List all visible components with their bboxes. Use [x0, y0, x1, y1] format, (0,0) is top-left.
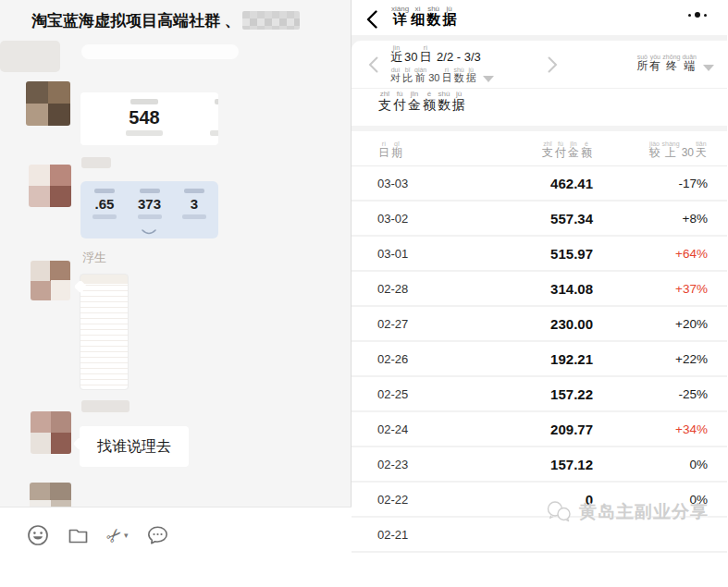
compare-range-label: 对duì比bǐ前qián30 日rì数shù据jù	[389, 67, 494, 85]
blurred-label	[140, 189, 160, 193]
row-change: 0%	[624, 493, 708, 507]
row-change: +22%	[624, 352, 708, 366]
emoji-icon[interactable]	[26, 523, 50, 547]
row-change: +34%	[624, 422, 708, 436]
chevron-left-icon[interactable]	[368, 56, 378, 73]
blurred-sublabel	[93, 214, 117, 219]
chevron-right-icon[interactable]	[548, 56, 558, 73]
table-row[interactable]: 02-25157.22-25%	[352, 377, 727, 412]
row-date: 02-22	[377, 493, 442, 507]
avatar[interactable]	[26, 81, 70, 126]
stat-value-partial: 9	[201, 107, 218, 128]
column-header-date: 日rì期qī	[377, 141, 442, 161]
row-change: -25%	[624, 387, 708, 401]
row-date: 02-24	[377, 422, 442, 436]
censored-sender-name	[81, 157, 111, 168]
stat-value: 548	[108, 107, 180, 128]
table-row[interactable]: 02-28314.08+37%	[352, 272, 727, 307]
table-row[interactable]: 03-01515.97+64%	[352, 237, 727, 272]
chat-input-area[interactable]: ✂ ▾	[0, 507, 352, 587]
payment-table-body: 03-03462.41-17%03-02557.34+8%03-01515.97…	[352, 166, 727, 553]
censored-message-bubble	[0, 41, 60, 72]
avatar[interactable]	[29, 165, 71, 207]
row-date: 02-25	[377, 387, 442, 401]
chat-history-icon[interactable]	[145, 523, 169, 547]
column-header-compare: 较jiào上shàng30 天tiān	[624, 141, 708, 161]
sender-name: 浮生	[82, 250, 106, 266]
scissors-glyph: ✂	[101, 522, 128, 549]
row-date: 02-21	[377, 528, 442, 542]
screenshot-icon[interactable]: ✂ ▾	[105, 523, 130, 547]
stats-image-message[interactable]: 548 9	[80, 92, 218, 145]
blurred-label	[215, 99, 218, 104]
detail-content: 近jìn30 日rì 2/2 - 3/3 对duì比bǐ前qián30 日rì数…	[352, 41, 727, 587]
table-row[interactable]: 02-26192.21+22%	[352, 342, 727, 377]
row-amount: 462.41	[442, 176, 593, 191]
row-amount: 157.22	[442, 386, 593, 402]
chat-panel: 淘宝蓝海虚拟项目高端社群 、 548 9	[0, 0, 352, 587]
avatar[interactable]	[31, 411, 71, 454]
detail-header: 详xiáng细xì数shù据jù	[352, 0, 727, 35]
row-amount: 515.97	[442, 246, 593, 262]
column-header-amount: 支zhī付fù金jīn额é	[442, 141, 593, 161]
row-change: +64%	[624, 247, 708, 261]
blurred-label	[94, 189, 115, 193]
stat-card: .65	[82, 187, 127, 238]
blurred-sublabel	[126, 130, 163, 136]
stat-value: 3	[172, 196, 216, 212]
table-screenshot-message[interactable]	[80, 274, 129, 390]
table-row[interactable]: 03-03462.41-17%	[352, 166, 727, 202]
stat-card: 3	[172, 187, 216, 238]
row-amount: 209.77	[442, 422, 593, 437]
table-row[interactable]: 02-24209.77+34%	[352, 412, 727, 447]
stat-card-partial: 9	[201, 92, 218, 145]
row-date: 02-28	[377, 282, 442, 296]
row-amount: 557.34	[442, 211, 593, 226]
row-amount: 0	[442, 492, 593, 508]
blurred-label	[130, 99, 158, 104]
table-row[interactable]: 02-27230.00+20%	[352, 307, 727, 342]
terminal-filter-dropdown[interactable]: 所suǒ有yǒu终zhōng端duān	[635, 54, 714, 74]
terminal-filter-label: 所suǒ有yǒu终zhōng端duān	[635, 54, 697, 74]
app-window: 淘宝蓝海虚拟项目高端社群 、 548 9	[0, 0, 728, 587]
chat-title-text: 淘宝蓝海虚拟项目高端社群 、	[31, 12, 241, 30]
chat-toolbar: ✂ ▾	[0, 508, 352, 547]
page-title: 详xiáng细xì数shù据jù	[390, 5, 457, 29]
blurred-sublabel	[182, 214, 206, 219]
collapse-chevron-icon[interactable]	[142, 229, 156, 236]
stats-card-message[interactable]: .65 373 3	[80, 181, 218, 238]
folder-icon[interactable]	[66, 523, 90, 547]
row-change: +8%	[624, 212, 708, 226]
back-icon[interactable]	[366, 10, 377, 29]
table-row[interactable]: 03-02557.34+8%	[352, 202, 727, 237]
row-date: 03-01	[377, 247, 442, 261]
row-amount: 157.12	[442, 457, 593, 472]
blurred-sublabel	[210, 130, 218, 136]
compare-range-text: 对duì比bǐ前qián30 日rì数shù据jù	[389, 67, 477, 85]
blurred-sublabel	[138, 214, 162, 219]
row-date: 03-03	[377, 177, 442, 190]
chat-message-list[interactable]: 548 9 .65 373	[0, 41, 351, 507]
avatar[interactable]	[31, 261, 70, 300]
row-date: 02-27	[377, 317, 442, 331]
text-message[interactable]: 找谁说理去	[80, 426, 189, 467]
row-date: 02-23	[377, 458, 442, 471]
table-header: 日rì期qī 支zhī付fù金jīn额é 较jiào上shàng30 天tiān	[352, 131, 727, 166]
row-date: 03-02	[377, 212, 442, 226]
table-row[interactable]: 02-21	[352, 518, 727, 553]
avatar[interactable]	[30, 483, 71, 507]
date-range-selector: 近jìn30 日rì 2/2 - 3/3 对duì比bǐ前qián30 日rì数…	[352, 41, 727, 89]
partial-message-bubble	[81, 44, 239, 59]
row-amount: 230.00	[442, 316, 593, 332]
dropdown-triangle-icon	[703, 65, 714, 71]
dropdown-triangle-icon	[483, 76, 494, 82]
row-amount: 314.08	[442, 281, 593, 297]
table-row[interactable]: 02-23157.120%	[352, 447, 727, 483]
table-row[interactable]: 02-2200%	[352, 483, 727, 518]
censored-sender-name	[81, 400, 130, 412]
more-icon[interactable]	[688, 12, 707, 18]
chat-group-title: 淘宝蓝海虚拟项目高端社群 、	[0, 0, 351, 41]
stat-card: 548	[108, 92, 180, 145]
date-range-dropdown[interactable]: 近jìn30 日rì 2/2 - 3/3 对duì比bǐ前qián30 日rì数…	[389, 44, 494, 85]
stat-value: 373	[128, 196, 172, 212]
